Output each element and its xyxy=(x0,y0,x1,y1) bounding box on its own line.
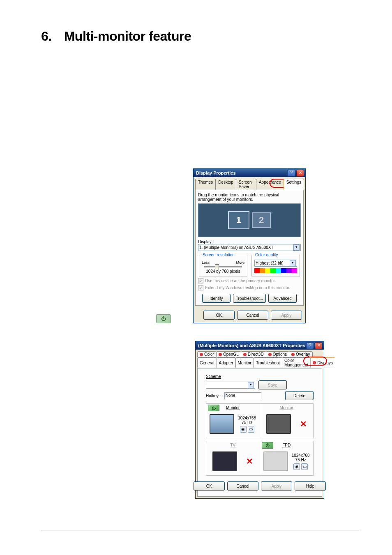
display-value: 1. (Multiple Monitors) on ASUS A9600XT xyxy=(199,245,274,250)
tab-monitor[interactable]: Monitor xyxy=(235,357,254,368)
tab-general[interactable]: General xyxy=(197,357,217,368)
delete-button[interactable]: Delete xyxy=(285,391,314,400)
tab-rows: Color OpenGL Direct3D Options Overlay Ge… xyxy=(196,350,324,368)
hz-value: 75 Hz xyxy=(238,420,256,425)
close-button[interactable]: ✕ xyxy=(315,342,323,349)
color-spectrum-bar xyxy=(254,268,297,273)
apply-button[interactable]: Apply xyxy=(261,481,292,491)
tab-displays[interactable]: Displays xyxy=(310,357,335,368)
tab-overlay[interactable]: Overlay xyxy=(289,351,312,357)
tv-thumbnail-icon xyxy=(212,451,237,471)
res-value: 1024x768 xyxy=(238,416,256,420)
scheme-dropdown[interactable]: ▾ xyxy=(206,382,255,389)
clone-icon[interactable]: ▭ xyxy=(248,426,254,433)
resolution-value: 1024 by 768 pixels xyxy=(202,269,244,274)
advanced-button[interactable]: Advanced xyxy=(268,294,297,303)
tab-body: Scheme ▾ Save Hotkey : None Delete ⏻ Mon… xyxy=(197,368,322,497)
primary-icon[interactable]: ◉ xyxy=(240,426,247,433)
res-more-label: More xyxy=(236,260,244,265)
ok-button[interactable]: OK xyxy=(203,311,235,320)
heading-title: Multi-monitor feature xyxy=(64,29,191,44)
tab-row: Themes Desktop Screen Saver Appearance S… xyxy=(194,177,305,190)
tab-appearance[interactable]: Appearance xyxy=(256,179,284,190)
cancel-button[interactable]: Cancel xyxy=(237,311,268,320)
disabled-x-icon: ✕ xyxy=(246,457,253,466)
display-dropdown[interactable]: 1. (Multiple Monitors) on ASUS A9600XT ▾ xyxy=(198,244,301,251)
tab-body: Drag the monitor icons to match the phys… xyxy=(195,190,304,306)
footer-rule xyxy=(41,530,359,530)
scheme-label: Scheme xyxy=(206,374,314,379)
help-button[interactable]: ? xyxy=(288,170,295,177)
color-quality-legend: Color quality xyxy=(254,253,279,257)
extend-desktop-checkbox-row: ✓ Extend my Windows desktop onto this mo… xyxy=(198,285,301,290)
monitor-panel-inactive[interactable]: Monitor ✕ xyxy=(260,403,314,438)
primary-checkbox: ✓ xyxy=(198,278,203,283)
resolution-slider[interactable] xyxy=(204,266,242,267)
tab-desktop[interactable]: Desktop xyxy=(215,179,236,190)
save-button[interactable]: Save xyxy=(258,380,287,389)
tab-adapter[interactable]: Adapter xyxy=(217,357,236,368)
chevron-down-icon[interactable]: ▾ xyxy=(293,244,300,251)
display-label: Display: xyxy=(198,240,301,244)
chevron-down-icon[interactable]: ▾ xyxy=(248,382,254,388)
monitor-thumbnail-icon xyxy=(210,414,234,434)
color-quality-group: Color quality Highest (32 bit) ▾ xyxy=(251,253,300,276)
monitor-1-icon[interactable]: 1 xyxy=(228,211,249,229)
tv-panel[interactable]: TV ✕ xyxy=(206,441,260,476)
apply-button[interactable]: Apply xyxy=(271,311,302,320)
hotkey-input[interactable]: None xyxy=(224,392,261,399)
screen-resolution-group: Screen resolution Less More 1024 by 768 … xyxy=(199,253,247,276)
ati-icon xyxy=(268,353,272,356)
tab-options[interactable]: Options xyxy=(266,351,289,357)
power-indicator-icon[interactable]: ⏻ xyxy=(262,442,273,449)
ati-icon xyxy=(200,353,203,356)
ati-icon xyxy=(219,353,222,356)
close-button[interactable]: ✕ xyxy=(296,170,304,177)
monitor-2-icon[interactable]: 2 xyxy=(252,212,271,228)
ati-icon xyxy=(243,353,247,356)
tab-screensaver[interactable]: Screen Saver xyxy=(236,179,256,190)
window-title: Display Properties xyxy=(196,170,236,175)
help-button[interactable]: Help xyxy=(295,481,326,491)
window-title: (Multiple Monitors) and ASUS A9600XT Pro… xyxy=(198,343,305,348)
color-quality-value: Highest (32 bit) xyxy=(256,261,284,265)
section-heading: 6.Multi-monitor feature xyxy=(41,29,359,44)
heading-number: 6. xyxy=(41,29,52,44)
tab-themes[interactable]: Themes xyxy=(195,179,216,190)
help-button[interactable]: ? xyxy=(306,342,314,349)
hotkey-label: Hotkey : xyxy=(206,394,221,398)
screen-resolution-legend: Screen resolution xyxy=(202,253,235,257)
res-value: 1024x768 xyxy=(292,453,310,458)
tv-header[interactable]: TV xyxy=(207,442,259,448)
extend-checkbox-label: Extend my Windows desktop onto this moni… xyxy=(205,286,290,290)
titlebar[interactable]: (Multiple Monitors) and ASUS A9600XT Pro… xyxy=(196,341,324,350)
color-quality-dropdown[interactable]: Highest (32 bit) ▾ xyxy=(254,260,297,267)
identify-button[interactable]: Identify xyxy=(202,294,231,303)
slider-thumb[interactable] xyxy=(215,264,219,270)
power-indicator-icon[interactable]: ⏻ xyxy=(208,405,219,411)
clone-icon[interactable]: ▭ xyxy=(301,463,308,470)
primary-checkbox-label: Use this device as the primary monitor. xyxy=(205,279,276,283)
tab-colormgmt[interactable]: Color Management xyxy=(282,357,311,368)
display-properties-dialog: Display Properties ? ✕ Themes Desktop Sc… xyxy=(193,168,306,323)
troubleshoot-button[interactable]: Troubleshoot... xyxy=(233,294,266,303)
tab-troubleshoot[interactable]: Troubleshoot xyxy=(254,357,282,368)
tab-direct3d[interactable]: Direct3D xyxy=(241,351,266,357)
extend-checkbox: ✓ xyxy=(198,285,203,290)
res-less-label: Less xyxy=(202,260,210,265)
titlebar[interactable]: Display Properties ? ✕ xyxy=(194,169,305,177)
monitor-panel-active[interactable]: ⏻ Monitor 1024x768 75 Hz ◉ ▭ xyxy=(206,403,260,438)
tab-color[interactable]: Color xyxy=(197,351,217,357)
primary-monitor-checkbox-row: ✓ Use this device as the primary monitor… xyxy=(198,278,301,283)
chevron-down-icon[interactable]: ▾ xyxy=(290,260,296,266)
tab-settings[interactable]: Settings xyxy=(284,179,304,190)
cancel-button[interactable]: Cancel xyxy=(227,481,258,491)
ok-button[interactable]: OK xyxy=(194,481,225,491)
monitor-arrangement-area[interactable]: 1 2 xyxy=(198,203,301,237)
fpd-panel[interactable]: ⏻ FPD 1024x768 75 Hz ◉ ▭ xyxy=(260,441,314,476)
primary-icon[interactable]: ◉ xyxy=(293,463,300,470)
monitor-header-off[interactable]: Monitor xyxy=(261,405,313,411)
hz-value: 75 Hz xyxy=(292,458,310,462)
tab-opengl[interactable]: OpenGL xyxy=(216,351,241,357)
ati-icon xyxy=(313,361,316,364)
